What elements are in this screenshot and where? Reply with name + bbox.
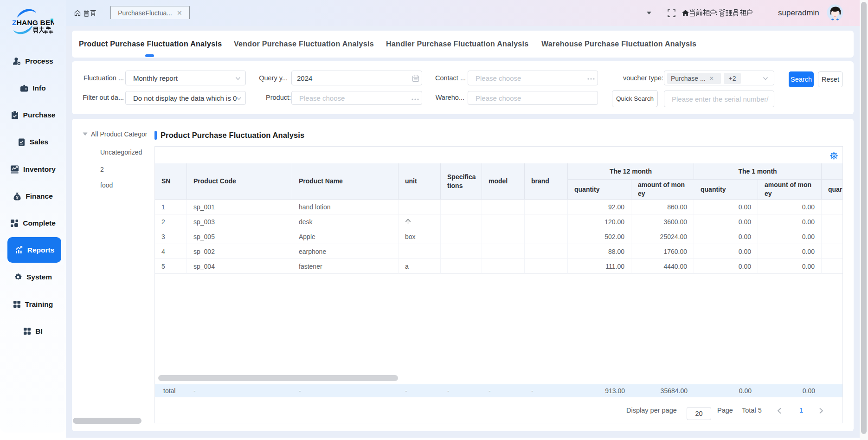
svg-text:ZHANG BEN: ZHANG BEN (12, 19, 54, 26)
